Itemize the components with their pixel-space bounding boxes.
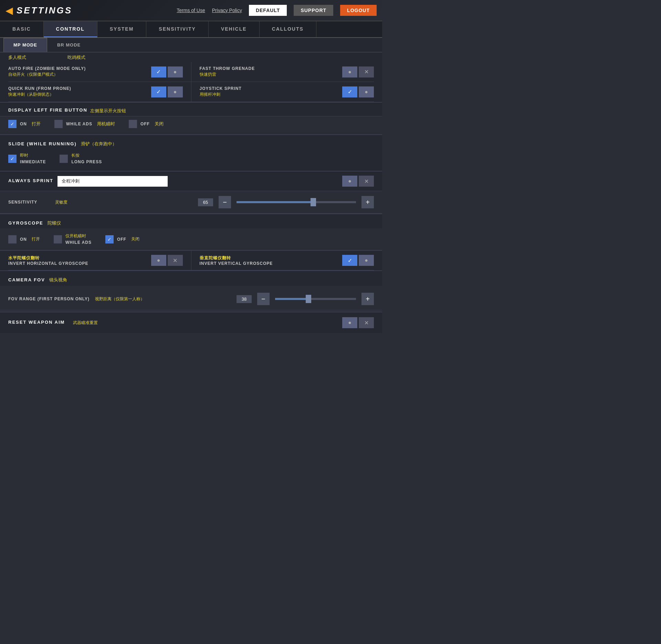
privacy-policy-link[interactable]: Privacy Policy [212,8,242,13]
auto-fire-circle-btn[interactable]: ● [168,66,183,77]
always-sprint-input[interactable] [57,176,168,187]
always-sprint-x-btn[interactable]: ✕ [359,176,374,187]
invert-vertical-cn: 垂直陀螺仪翻转 [200,255,343,261]
slide-long-press[interactable]: 长按 LONG PRESS [60,153,102,165]
display-left-fire-header: DISPLAY LEFT FIRE BUTTON 左侧显示开火按钮 [0,102,382,116]
tab-basic[interactable]: BASIC [0,21,44,37]
joystick-sprint-check-btn[interactable]: ✓ [342,86,357,97]
invert-horizontal-x-btn[interactable]: ✕ [168,255,183,266]
gyroscope-title-cn: 陀螺仪 [48,220,61,226]
fov-range-label: FOV RANGE (FIRST PERSON ONLY) [8,297,90,301]
gyro-on[interactable]: ON 打开 [8,235,40,243]
fov-range-label-cn: 视野距离（仅限第一人称） [95,296,145,302]
tab-control[interactable]: CONTROL [44,21,97,37]
gyro-on-box [8,235,17,243]
auto-fire-col: AUTO FIRE (ZOMBIE MODE ONLY) 自动开火（仅限僵尸模式… [8,62,191,82]
subtab-mp-mode[interactable]: MP MODE [3,38,47,52]
gyroscope-header: GYROSCOPE 陀螺仪 [0,214,382,228]
invert-vertical-circle-btn[interactable]: ● [359,255,374,266]
tab-sensitivity[interactable]: SENSITIVITY [146,21,209,37]
gyro-off-cn: 关闭 [131,236,139,242]
always-sprint-circle-btn[interactable]: ● [342,176,357,187]
slide-long-press-cn: 长按 [71,153,102,158]
invert-horizontal-circle-btn[interactable]: ● [151,255,166,266]
sensitivity-decrease-btn[interactable]: − [219,196,231,208]
always-sprint-label: ALWAYS SPRINT [8,178,53,183]
invert-horizontal-col: 水平陀螺仪翻转 INVERT HORIZONTAL GYROSCOPE ● ✕ [8,251,191,270]
slide-immediate-box: ✓ [8,155,17,163]
gyro-off-box: ✓ [105,235,114,243]
slide-long-press-box [60,155,68,163]
main-tabs: BASIC CONTROL SYSTEM SENSITIVITY VEHICLE… [0,21,382,38]
display-left-fire-on[interactable]: ✓ ON 打开 [8,120,41,128]
fov-slider[interactable] [275,298,356,300]
camera-fov-title-cn: 镜头视角 [49,277,67,282]
fast-throw-label: FAST THROW GRENADE 快速扔雷 [200,66,343,77]
invert-gyro-row: 水平陀螺仪翻转 INVERT HORIZONTAL GYROSCOPE ● ✕ … [0,250,382,270]
gyro-off[interactable]: ✓ OFF 关闭 [105,235,139,243]
reset-weapon-aim-circle-btn[interactable]: ● [342,317,357,328]
joystick-sprint-label: JOYSTICK SPRINT 用摇杆冲刺 [200,86,343,97]
invert-vertical-check-btn[interactable]: ✓ [342,255,357,266]
gyro-while-ads[interactable]: 仅开机瞄时 WHILE ADS [54,233,92,245]
subtab-br-cn: 吃鸡模式 [67,54,85,61]
slide-immediate[interactable]: ✓ 即时 IMMEDIATE [8,153,46,165]
joystick-sprint-label-cn: 用摇杆冲刺 [200,92,343,97]
back-icon[interactable]: ◀ [6,5,13,16]
auto-fire-check-btn[interactable]: ✓ [151,66,166,77]
quick-run-col: QUICK RUN (FROM PRONE) 快速冲刺（从卧倒状态） ✓ ● [8,82,191,102]
display-left-fire-on-label: ON [20,122,27,126]
joystick-sprint-col: JOYSTICK SPRINT 用摇杆冲刺 ✓ ● [191,82,374,102]
reset-weapon-aim-toggle: ● ✕ [342,317,374,328]
default-button[interactable]: DEFAULT [249,5,287,16]
display-left-fire-title: DISPLAY LEFT FIRE BUTTON [8,107,87,113]
fov-increase-btn[interactable]: + [361,293,374,305]
header-nav: Terms of Use Privacy Policy DEFAULT SUPP… [177,5,377,16]
display-left-fire-off-label: OFF [140,122,150,126]
invert-vertical-label: 垂直陀螺仪翻转 INVERT VERTICAL GYROSCOPE [200,255,343,266]
sensitivity-row: SENSITIVITY 灵敏度 65 − + [0,191,382,214]
quick-run-check-btn[interactable]: ✓ [151,86,166,97]
invert-vertical-toggle: ✓ ● [342,255,374,266]
sensitivity-slider[interactable] [237,201,356,203]
auto-fire-label: AUTO FIRE (ZOMBIE MODE ONLY) 自动开火（仅限僵尸模式… [8,66,151,77]
fov-thumb[interactable] [306,295,311,303]
subtab-br-label: BR MODE [57,42,81,48]
display-left-fire-off[interactable]: OFF 关闭 [129,120,164,128]
logout-button[interactable]: LOGOUT [340,5,377,16]
display-left-fire-on-cn: 打开 [32,121,41,127]
subtab-br-mode[interactable]: BR MODE [47,38,91,52]
fast-throw-circle-btn[interactable]: ● [342,66,357,77]
subtabs: MP MODE BR MODE [0,38,382,52]
sensitivity-thumb[interactable] [311,198,316,206]
terms-of-use-link[interactable]: Terms of Use [177,8,205,13]
camera-fov-title: CAMERA FOV [8,277,45,282]
quick-run-row: QUICK RUN (FROM PRONE) 快速冲刺（从卧倒状态） ✓ ● J… [0,82,382,102]
gyro-while-ads-label: WHILE ADS [65,240,92,245]
tab-callouts[interactable]: CALLOUTS [260,21,316,37]
fov-range-value: 38 [237,295,252,303]
gyro-on-label: ON [20,237,27,242]
display-left-fire-on-box: ✓ [8,120,17,128]
gyro-while-ads-cn: 仅开机瞄时 [65,233,92,239]
always-sprint-row: ALWAYS SPRINT ● ✕ [0,171,382,191]
reset-weapon-aim-x-btn[interactable]: ✕ [359,317,374,328]
quick-run-circle-btn[interactable]: ● [168,86,183,97]
joystick-sprint-circle-btn[interactable]: ● [359,86,374,97]
camera-fov-header: CAMERA FOV 镜头视角 [0,270,382,286]
fast-throw-x-btn[interactable]: ✕ [359,66,374,77]
fov-decrease-btn[interactable]: − [257,293,270,305]
fast-throw-col: FAST THROW GRENADE 快速扔雷 ● ✕ [191,62,374,82]
sensitivity-increase-btn[interactable]: + [361,196,374,208]
sensitivity-label-cn: 灵敏度 [55,199,67,205]
tab-vehicle[interactable]: VEHICLE [209,21,260,37]
subtab-mp-cn: 多人模式 [8,54,26,61]
gyro-on-cn: 打开 [32,236,40,242]
tab-system[interactable]: SYSTEM [97,21,147,37]
display-left-fire-while-ads[interactable]: WHILE ADS 用机瞄时 [54,120,115,128]
support-button[interactable]: SUPPORT [294,5,333,16]
fov-range-row: FOV RANGE (FIRST PERSON ONLY) 视野距离（仅限第一人… [0,288,382,310]
header: ◀ SETTINGS Terms of Use Privacy Policy D… [0,0,382,21]
display-left-fire-while-ads-box [54,120,63,128]
auto-fire-toggle: ✓ ● [151,66,183,77]
